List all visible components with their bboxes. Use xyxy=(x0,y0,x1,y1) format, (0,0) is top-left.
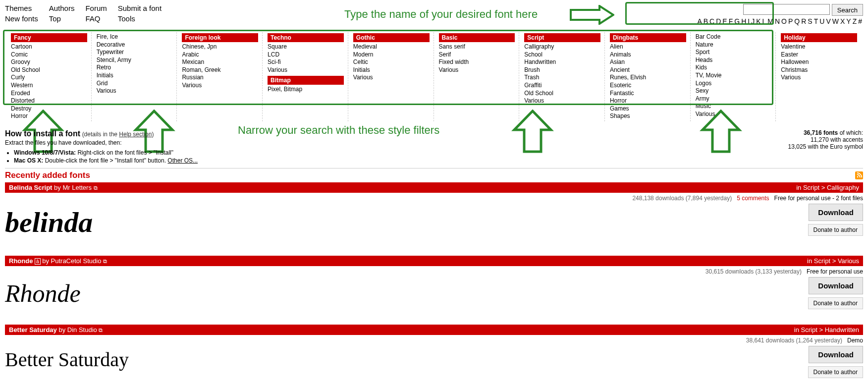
alpha-letter[interactable]: T xyxy=(814,17,819,25)
category-item[interactable]: Army xyxy=(696,95,772,103)
nav-link[interactable]: Top xyxy=(49,14,75,23)
category-item[interactable]: Halloween xyxy=(781,58,857,66)
other-os-link[interactable]: Other OS... xyxy=(167,157,198,164)
alpha-letter[interactable]: A xyxy=(697,17,703,25)
category-item[interactable]: Distorted xyxy=(11,97,87,105)
category-item[interactable]: Various xyxy=(353,74,430,82)
category-item[interactable]: Nature xyxy=(696,41,772,49)
category-link[interactable]: Script xyxy=(801,326,817,333)
category-item[interactable]: Various xyxy=(182,82,258,90)
category-item[interactable]: Curly xyxy=(11,74,87,82)
category-item[interactable]: Serif xyxy=(439,51,515,59)
category-header[interactable]: Techno xyxy=(268,33,344,42)
alpha-letter[interactable]: K xyxy=(756,17,761,25)
category-item[interactable]: Valentine xyxy=(781,43,857,51)
category-item[interactable]: Grid xyxy=(97,80,173,88)
category-item[interactable]: Fantastic xyxy=(610,90,686,98)
category-item[interactable]: Various xyxy=(781,74,857,82)
font-name-link[interactable]: Belinda Script xyxy=(9,184,52,191)
category-item[interactable]: Various xyxy=(524,97,600,105)
alpha-letter[interactable]: H xyxy=(741,17,747,25)
category-item[interactable]: Old School xyxy=(524,90,600,98)
search-input[interactable] xyxy=(743,4,830,15)
category-item[interactable]: Games xyxy=(610,105,686,113)
category-item[interactable]: Initials xyxy=(353,66,430,74)
category-item[interactable]: Square xyxy=(268,43,344,51)
alpha-letter[interactable]: N xyxy=(774,17,781,25)
category-header[interactable]: Basic xyxy=(439,33,515,42)
category-item[interactable]: Animals xyxy=(610,51,686,59)
alpha-letter[interactable]: G xyxy=(734,17,741,25)
category-item[interactable]: Asian xyxy=(610,58,686,66)
category-header[interactable]: Script xyxy=(524,33,600,42)
author-link[interactable]: PutraCetol Studio xyxy=(51,257,102,265)
alpha-letter[interactable]: V xyxy=(825,17,831,25)
category-item[interactable]: Western xyxy=(11,82,87,90)
category-link[interactable]: Script xyxy=(803,184,819,191)
category-item[interactable]: Modern xyxy=(353,51,430,59)
category-header[interactable]: Holiday xyxy=(781,33,857,42)
category-item[interactable]: Sexy xyxy=(696,87,772,95)
category-item[interactable]: School xyxy=(524,51,600,59)
category-item[interactable]: Stencil, Army xyxy=(97,56,173,64)
category-item[interactable]: Sans serif xyxy=(439,43,515,51)
font-preview[interactable]: belinda xyxy=(5,204,93,241)
alpha-letter[interactable]: U xyxy=(819,17,825,25)
alpha-letter[interactable]: F xyxy=(728,17,734,25)
alpha-letter[interactable]: X xyxy=(840,17,846,25)
donate-button[interactable]: Donate to author xyxy=(808,224,863,236)
download-button[interactable]: Download xyxy=(809,346,863,363)
category-item[interactable]: Medieval xyxy=(353,43,430,51)
category-item[interactable]: Pixel, Bitmap xyxy=(268,86,344,94)
author-link[interactable]: Din Studio xyxy=(67,326,97,333)
category-item[interactable]: Mexican xyxy=(182,58,258,66)
category-item[interactable]: Logos xyxy=(696,80,772,88)
alpha-letter[interactable]: D xyxy=(715,17,722,25)
category-item[interactable]: Shapes xyxy=(610,112,686,120)
help-section-link[interactable]: Help section xyxy=(119,131,152,138)
nav-link[interactable]: New fonts xyxy=(5,14,38,23)
category-item[interactable]: Chinese, Jpn xyxy=(182,43,258,51)
category-header[interactable]: Dingbats xyxy=(610,33,686,42)
category-item[interactable]: Eroded xyxy=(11,90,87,98)
category-item[interactable]: Trash xyxy=(524,74,600,82)
font-preview[interactable]: Rhonde xyxy=(5,277,81,310)
category-item[interactable]: Fixed width xyxy=(439,58,515,66)
donate-button[interactable]: Donate to author xyxy=(808,297,863,309)
category-item[interactable]: Arabic xyxy=(182,51,258,59)
category-item[interactable]: Typewriter xyxy=(97,49,173,56)
nav-link[interactable]: Authors xyxy=(49,4,75,12)
category-item[interactable]: Groovy xyxy=(11,58,87,66)
category-item[interactable]: Heads xyxy=(696,56,772,64)
category-item[interactable]: Runes, Elvish xyxy=(610,74,686,82)
category-item[interactable]: Ancient xyxy=(610,66,686,74)
font-preview[interactable]: Better Saturday xyxy=(5,346,129,373)
alpha-letter[interactable]: S xyxy=(807,17,813,25)
download-button[interactable]: Download xyxy=(809,204,863,221)
alpha-letter[interactable]: E xyxy=(722,17,728,25)
category-item[interactable]: Bar Code xyxy=(696,33,772,41)
category-item[interactable]: Handwritten xyxy=(524,58,600,66)
author-link[interactable]: Mr Letters xyxy=(62,184,92,191)
external-link-icon[interactable]: ⧉ xyxy=(94,185,98,191)
category-item[interactable]: LCD xyxy=(268,51,344,59)
alpha-letter[interactable]: P xyxy=(788,17,794,25)
nav-link[interactable]: FAQ xyxy=(85,14,107,23)
category-item[interactable]: TV, Movie xyxy=(696,72,772,80)
rss-icon[interactable] xyxy=(855,171,863,179)
category-item[interactable]: Sci-fi xyxy=(268,58,344,66)
category-link[interactable]: Script xyxy=(814,257,830,265)
category-item[interactable]: Kids xyxy=(696,64,772,72)
category-item[interactable]: Cartoon xyxy=(11,43,87,51)
category-item[interactable]: Retro xyxy=(97,64,173,72)
category-item[interactable]: Fire, Ice xyxy=(97,33,173,41)
category-item[interactable]: Sport xyxy=(696,49,772,56)
category-item[interactable]: Graffiti xyxy=(524,82,600,90)
category-item[interactable]: Calligraphy xyxy=(524,43,600,51)
category-item[interactable]: Horror xyxy=(610,97,686,105)
alpha-letter[interactable]: M xyxy=(767,17,774,25)
category-item[interactable]: Christmas xyxy=(781,66,857,74)
alpha-letter[interactable]: J xyxy=(751,17,756,25)
category-header[interactable]: Bitmap xyxy=(268,76,344,85)
category-item[interactable]: Initials xyxy=(97,72,173,80)
